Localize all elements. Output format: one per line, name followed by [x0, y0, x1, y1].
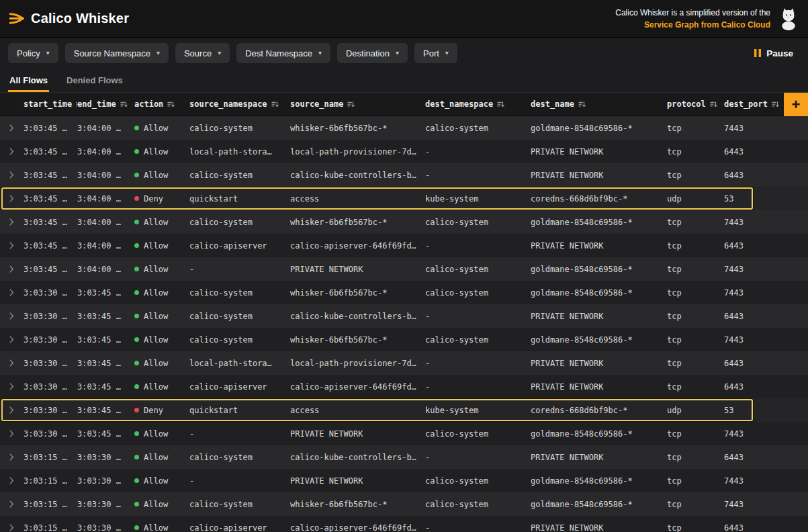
- column-header-start-time[interactable]: start_time: [24, 99, 77, 109]
- action-status-dot: [134, 196, 139, 201]
- flow-row[interactable]: 3:03:30 … 3:03:45 … Allow calico-system …: [0, 304, 808, 328]
- expand-chevron-icon[interactable]: [9, 430, 14, 437]
- expand-cell: [0, 406, 24, 414]
- flow-row[interactable]: 3:03:30 … 3:03:45 … Allow - PRIVATE NETW…: [0, 422, 808, 445]
- flow-row[interactable]: 3:03:30 … 3:03:45 … Allow calico-apiserv…: [0, 375, 808, 398]
- action-status-dot: [134, 173, 139, 177]
- cell-action: Allow: [134, 147, 189, 157]
- action-status-dot: [134, 243, 139, 248]
- action-label: Allow: [144, 124, 168, 133]
- expand-chevron-icon[interactable]: [9, 289, 14, 296]
- column-header-label: action: [134, 99, 163, 109]
- cell-protocol: tcp: [667, 241, 724, 251]
- cell-action: Allow: [134, 382, 189, 392]
- column-header-dest-namespace[interactable]: dest_namespace: [425, 99, 531, 109]
- cell-protocol: tcp: [667, 218, 724, 227]
- cell-dest-namespace: calico-system: [425, 218, 531, 227]
- expand-chevron-icon[interactable]: [9, 124, 14, 132]
- expand-chevron-icon[interactable]: [9, 383, 14, 390]
- expand-chevron-icon[interactable]: [9, 500, 14, 508]
- cell-source-name: PRIVATE NETWORK: [290, 476, 425, 486]
- filter-dropdown-source[interactable]: Source ▾: [175, 43, 230, 63]
- cell-action: Deny: [134, 406, 189, 415]
- filter-dropdown-destination[interactable]: Destination ▾: [337, 43, 408, 63]
- cell-action: Allow: [134, 218, 189, 227]
- column-header-action[interactable]: action: [134, 99, 189, 109]
- flow-row[interactable]: 3:03:15 … 3:03:30 … Allow calico-system …: [0, 492, 808, 516]
- cell-dest-namespace: -: [425, 523, 531, 532]
- flow-row[interactable]: 3:03:15 … 3:03:30 … Allow - PRIVATE NETW…: [0, 469, 808, 492]
- cell-source-name: calico-kube-controllers-b…: [290, 453, 425, 462]
- column-header-source-namespace[interactable]: source_namespace: [189, 99, 290, 109]
- flow-row[interactable]: 3:03:15 … 3:03:30 … Allow calico-system …: [0, 445, 808, 469]
- filter-dropdown-label: Destination: [346, 48, 390, 58]
- filter-dropdown-label: Policy: [17, 48, 40, 58]
- column-header-dest-name[interactable]: dest_name: [531, 99, 667, 109]
- cell-dest-namespace: kube-system: [425, 194, 531, 204]
- add-column-button[interactable]: +: [784, 93, 808, 116]
- cell-dest-port: 7443: [724, 124, 808, 133]
- tab-denied-flows[interactable]: Denied Flows: [66, 69, 123, 92]
- expand-chevron-icon[interactable]: [9, 453, 14, 461]
- cell-start-time: 3:03:15 …: [24, 476, 77, 486]
- action-label: Deny: [144, 194, 163, 204]
- expand-chevron-icon[interactable]: [9, 171, 14, 179]
- flow-row[interactable]: 3:03:45 … 3:04:00 … Allow calico-apiserv…: [0, 234, 808, 257]
- cell-source-namespace: calico-apiserver: [189, 382, 290, 392]
- app-title: Calico Whisker: [31, 11, 129, 26]
- expand-cell: [0, 359, 24, 367]
- expand-cell: [0, 336, 24, 343]
- action-status-dot: [134, 220, 139, 224]
- filter-dropdown-source-namespace[interactable]: Source Namespace ▾: [65, 43, 169, 63]
- pause-button[interactable]: Pause: [750, 48, 797, 59]
- cell-source-name: access: [290, 406, 425, 415]
- cell-action: Allow: [134, 265, 189, 274]
- action-label: Allow: [144, 312, 168, 321]
- cell-start-time: 3:03:15 …: [24, 453, 77, 462]
- expand-chevron-icon[interactable]: [9, 336, 14, 343]
- expand-chevron-icon[interactable]: [9, 195, 14, 202]
- chevron-down-icon: ▾: [445, 50, 449, 56]
- expand-chevron-icon[interactable]: [9, 242, 14, 249]
- expand-chevron-icon[interactable]: [9, 406, 14, 414]
- expand-chevron-icon[interactable]: [9, 524, 14, 531]
- filter-dropdown-label: Port: [423, 48, 439, 58]
- whisker-cat-mascot-icon: [777, 6, 800, 31]
- flow-row[interactable]: 3:03:15 … 3:03:30 … Allow calico-apiserv…: [0, 516, 808, 532]
- cell-source-namespace: calico-system: [189, 171, 290, 180]
- flow-row[interactable]: 3:03:30 … 3:03:45 … Allow local-path-sto…: [0, 351, 808, 375]
- column-header-source-name[interactable]: source_name: [290, 99, 425, 109]
- column-header-end-time[interactable]: end_time: [77, 99, 134, 109]
- expand-chevron-icon[interactable]: [9, 477, 14, 484]
- flow-row[interactable]: 3:03:30 … 3:03:45 … Allow calico-system …: [0, 281, 808, 304]
- flow-row[interactable]: 3:03:45 … 3:04:00 … Deny quickstart acce…: [0, 187, 808, 210]
- chevron-down-icon: ▾: [156, 50, 160, 56]
- flow-row[interactable]: 3:03:30 … 3:03:45 … Allow calico-system …: [0, 328, 808, 351]
- cell-source-namespace: -: [189, 265, 290, 274]
- filter-dropdown-port[interactable]: Port ▾: [414, 43, 457, 63]
- expand-chevron-icon[interactable]: [9, 312, 14, 320]
- tab-all-flows[interactable]: All Flows: [9, 69, 48, 92]
- cell-start-time: 3:03:45 …: [24, 194, 77, 204]
- cell-start-time: 3:03:30 …: [24, 312, 77, 321]
- flow-row[interactable]: 3:03:45 … 3:04:00 … Allow - PRIVATE NETW…: [0, 257, 808, 281]
- expand-chevron-icon[interactable]: [9, 148, 14, 155]
- flow-row[interactable]: 3:03:45 … 3:04:00 … Allow calico-system …: [0, 163, 808, 187]
- cell-dest-port: 53: [724, 194, 808, 204]
- filter-dropdown-dest-namespace[interactable]: Dest Namespace ▾: [236, 43, 330, 63]
- cell-dest-name: goldmane-8548c69586-*: [531, 429, 667, 439]
- flow-row[interactable]: 3:03:45 … 3:04:00 … Allow calico-system …: [0, 116, 808, 140]
- expand-chevron-icon[interactable]: [9, 265, 14, 273]
- service-graph-link[interactable]: Service Graph from Calico Cloud: [615, 19, 770, 31]
- flow-row[interactable]: 3:03:30 … 3:03:45 … Deny quickstart acce…: [0, 398, 808, 422]
- flow-row[interactable]: 3:03:45 … 3:04:00 … Allow local-path-sto…: [0, 140, 808, 163]
- cell-source-name: local-path-provisioner-7d…: [290, 359, 425, 368]
- expand-chevron-icon[interactable]: [9, 218, 14, 226]
- cell-dest-namespace: -: [425, 171, 531, 180]
- column-header-protocol[interactable]: protocol: [667, 99, 724, 109]
- flow-row[interactable]: 3:03:45 … 3:04:00 … Allow calico-system …: [0, 210, 808, 234]
- expand-chevron-icon[interactable]: [9, 359, 14, 367]
- cell-dest-name: PRIVATE NETWORK: [531, 523, 667, 532]
- filter-dropdown-policy[interactable]: Policy ▾: [8, 43, 58, 63]
- cell-dest-namespace: -: [425, 382, 531, 392]
